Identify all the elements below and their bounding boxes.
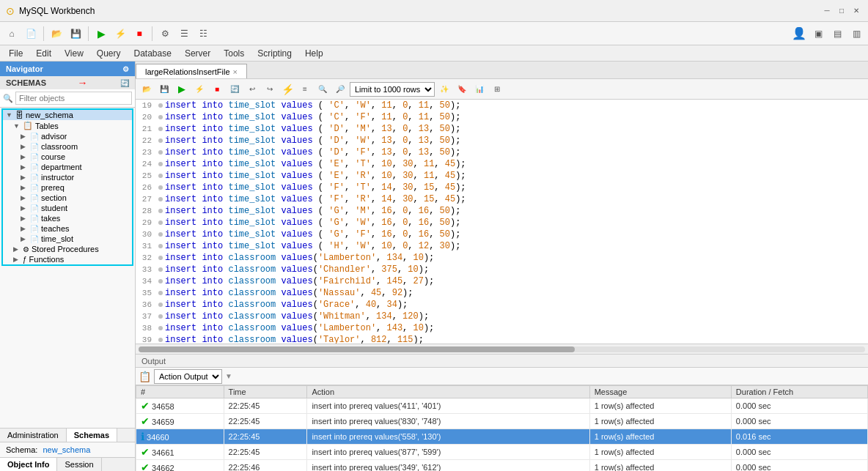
undo-button[interactable]: ↩ (244, 81, 260, 97)
table-teaches[interactable]: ▶ 📄 teaches (3, 223, 132, 234)
run-button[interactable]: ▶ (92, 25, 110, 42)
toolbar-btn-5[interactable]: ☷ (194, 25, 212, 42)
menu-scripting[interactable]: Scripting (251, 47, 298, 60)
maximize-button[interactable]: □ (836, 5, 847, 17)
line-code: insert into classroom values('Grace', 40… (165, 299, 868, 311)
menu-query[interactable]: Query (91, 47, 127, 60)
explain-button[interactable]: 🔎 (332, 81, 348, 97)
menu-database[interactable]: Database (128, 47, 177, 60)
view-btn-3[interactable]: ▥ (847, 25, 865, 42)
menu-edit[interactable]: Edit (30, 47, 57, 60)
horizontal-scrollbar[interactable] (136, 344, 868, 354)
toggle-panel-button[interactable]: ⊞ (489, 81, 505, 97)
home-button[interactable]: ⌂ (3, 25, 21, 42)
schemas-tab[interactable]: Schemas (67, 429, 117, 442)
menu-view[interactable]: View (59, 47, 89, 60)
table-department[interactable]: ▶ 📄 department (3, 162, 132, 172)
table-instructor[interactable]: ▶ 📄 instructor (3, 172, 132, 182)
bottom-tabs: Object Info Session (0, 457, 135, 471)
admin-tab[interactable]: Administration (0, 429, 67, 442)
table-section[interactable]: ▶ 📄 section (3, 193, 132, 203)
save-file-button[interactable]: 💾 (156, 81, 172, 97)
format-button[interactable]: ≡ (297, 81, 313, 97)
query-tab-close[interactable]: × (233, 67, 238, 76)
line-code: insert into time_slot values ( 'E', 'T',… (165, 158, 868, 170)
schema-inspector-button[interactable]: ✨ (436, 81, 452, 97)
settings-button[interactable]: ⚙ (156, 25, 174, 42)
functions-node[interactable]: ▶ ƒ Functions (3, 254, 132, 264)
table-name-6: prereq (41, 183, 65, 192)
minimize-button[interactable]: ─ (821, 5, 833, 17)
action-output-select[interactable]: Action Output (154, 369, 222, 384)
table-advisor[interactable]: ▶ 📄 advisor (3, 131, 132, 141)
run-current-button[interactable]: ⚡ (111, 25, 129, 42)
line-marker (156, 279, 165, 283)
line-number: 23 (136, 147, 156, 158)
table-arrow-9: ▶ (21, 215, 28, 222)
line-code: insert into time_slot values ( 'E', 'R',… (165, 170, 868, 182)
code-line: 34insert into classroom values('Fairchil… (136, 275, 868, 287)
redo-button[interactable]: ↪ (262, 81, 278, 97)
table-student[interactable]: ▶ 📄 student (3, 203, 132, 213)
save-button[interactable]: 💾 (67, 25, 84, 42)
filter-input[interactable] (15, 92, 132, 105)
nav-settings-icon[interactable]: ⚙ (122, 65, 129, 73)
find-button[interactable]: 🔍 (315, 81, 331, 97)
toolbar-sep-3 (152, 26, 152, 41)
code-line: 24insert into time_slot values ( 'E', 'T… (136, 158, 868, 170)
line-code: insert into time_slot values ( 'F', 'R',… (165, 193, 868, 205)
line-code: insert into time_slot values ( 'G', 'W',… (165, 217, 868, 229)
view-output-button[interactable]: 📊 (471, 81, 488, 97)
table-time-slot[interactable]: ▶ 📄 time_slot (3, 234, 132, 244)
code-line: 25insert into time_slot values ( 'E', 'R… (136, 170, 868, 182)
view-btn-1[interactable]: ▣ (809, 25, 827, 42)
schema-new-schema[interactable]: ▼ 🗄 new_schema (3, 110, 132, 120)
menu-help[interactable]: Help (299, 47, 329, 60)
table-row[interactable]: ✔ 34661 22:25:45 insert into prereq valu… (136, 445, 868, 460)
table-row[interactable]: ✔ 34662 22:25:46 insert into prereq valu… (136, 460, 868, 472)
code-area[interactable]: 19insert into time_slot values ( 'C', 'W… (136, 100, 868, 344)
session-tab[interactable]: Session (57, 458, 101, 471)
open-file-button[interactable]: 📂 (139, 81, 155, 97)
tables-node[interactable]: ▼ 📋 Tables (3, 120, 132, 131)
query-tab[interactable]: largeRelationsInsertFile × (136, 64, 247, 78)
code-line: 23insert into time_slot values ( 'D', 'F… (136, 147, 868, 158)
table-arrow-4: ▶ (21, 163, 28, 171)
run-current-stmt-button[interactable]: ⚡ (191, 81, 207, 97)
view-btn-2[interactable]: ▤ (828, 25, 846, 42)
stored-procedures-node[interactable]: ▶ ⚙ Stored Procedures (3, 244, 132, 254)
new-query-button[interactable]: 📄 (22, 25, 40, 42)
fn-arrow: ▶ (13, 256, 21, 263)
code-line: 29insert into time_slot values ( 'G', 'W… (136, 217, 868, 229)
menu-server[interactable]: Server (179, 47, 216, 60)
code-line: 26insert into time_slot values ( 'F', 'T… (136, 182, 868, 193)
table-row[interactable]: ✔ 34658 22:25:45 insert into prereq valu… (136, 398, 868, 414)
info-schema-value: new_schema (43, 445, 90, 454)
reload-button[interactable]: 🔄 (227, 81, 243, 97)
table-icon-6: 📄 (30, 184, 39, 192)
results-table: # Time Action Message Duration / Fetch ✔… (136, 385, 868, 471)
table-course[interactable]: ▶ 📄 course (3, 152, 132, 162)
table-name-3: course (41, 152, 65, 161)
menu-tools[interactable]: Tools (218, 47, 250, 60)
execute-all-button[interactable]: ⚡ (279, 81, 295, 97)
limit-select[interactable]: Limit to 1000 rows (350, 82, 435, 97)
cell-duration: 0.000 sec (731, 398, 867, 414)
toolbar-btn-4[interactable]: ☰ (175, 25, 193, 42)
menu-file[interactable]: File (3, 47, 29, 60)
run-query-button[interactable]: ▶ (174, 81, 190, 97)
stop-button[interactable]: ■ (130, 25, 148, 42)
close-button[interactable]: ✕ (850, 5, 862, 17)
stop-query-button[interactable]: ■ (209, 81, 225, 97)
table-row[interactable]: ℹ 34660 22:25:45 insert into prereq valu… (136, 429, 868, 445)
bookmark-button[interactable]: 🔖 (454, 81, 470, 97)
table-prereq[interactable]: ▶ 📄 prereq (3, 182, 132, 193)
table-classroom[interactable]: ▶ 📄 classroom (3, 141, 132, 152)
col-time: Time (224, 386, 307, 398)
open-button[interactable]: 📂 (48, 25, 65, 42)
table-row[interactable]: ✔ 34659 22:25:45 insert into prereq valu… (136, 414, 868, 429)
schemas-icon[interactable]: 🔄 (120, 79, 129, 87)
object-info-tab[interactable]: Object Info (0, 458, 57, 471)
line-code: insert into time_slot values ( 'D', 'M',… (165, 123, 868, 135)
table-takes[interactable]: ▶ 📄 takes (3, 213, 132, 223)
